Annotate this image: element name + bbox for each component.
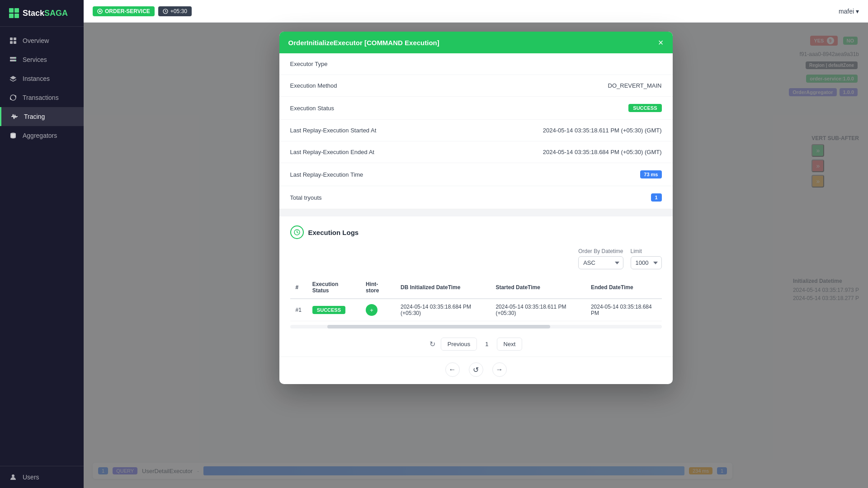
user-menu[interactable]: mafei ▾	[839, 8, 859, 15]
col-status: Execution Status	[307, 277, 360, 299]
scrollbar-thumb	[327, 325, 550, 328]
svg-rect-0	[10, 38, 13, 40]
sidebar-item-aggregators[interactable]: Aggregators	[0, 126, 84, 145]
svg-point-7	[15, 60, 16, 61]
user-icon	[9, 473, 17, 481]
logs-table-head: # Execution Status Hint-store DB Initial…	[290, 277, 662, 299]
info-row-executor-type: Executor Type	[279, 53, 673, 75]
database-icon	[9, 131, 17, 140]
topbar-service-info: ORDER-SERVICE +05:30	[93, 6, 192, 16]
order-label: Order By Datetime	[578, 248, 623, 254]
svg-rect-1	[14, 38, 16, 40]
replay-time-badge: 73 ms	[640, 170, 661, 178]
sidebar-item-services[interactable]: Services	[0, 50, 84, 69]
logs-header: Execution Logs	[290, 225, 662, 239]
prev-button[interactable]: Previous	[441, 338, 477, 351]
cell-num: #1	[290, 299, 307, 321]
logs-title: Execution Logs	[308, 229, 359, 236]
limit-label: Limit	[631, 248, 662, 254]
section-divider	[279, 209, 673, 216]
col-hint: Hint-store	[360, 277, 395, 299]
logs-controls: Order By Datetime ASC DESC Limit 1000 50…	[290, 248, 662, 269]
grid-icon	[9, 37, 17, 45]
cell-status: SUCCESS	[307, 299, 360, 321]
refresh-icon[interactable]: ↻	[429, 340, 435, 348]
topbar: ORDER-SERVICE +05:30 mafei ▾	[84, 0, 868, 23]
cell-db-init: 2024-05-14 03:35:18.684 PM (+05:30)	[395, 299, 490, 321]
logs-clock-icon	[290, 225, 304, 239]
modal-footer: ← ↺ →	[279, 357, 673, 384]
modal: OrderInitializeExecutor [COMMAND Executi…	[279, 32, 673, 384]
sidebar-footer-label: Users	[23, 474, 39, 481]
svg-marker-8	[10, 76, 16, 80]
tryouts-badge: 1	[651, 193, 662, 202]
info-row-total-tryouts: Total tryouts 1	[279, 186, 673, 209]
logs-table-body: #1 SUCCESS + 2024-05-14 03:35:18.684 PM …	[290, 299, 662, 321]
svg-rect-3	[14, 41, 16, 44]
col-ended: Ended DateTime	[585, 277, 662, 299]
pagination: ↻ Previous 1 Next	[290, 332, 662, 352]
modal-info-section: Executor Type Execution Method DO_REVERT…	[279, 53, 673, 209]
sidebar-item-label: Aggregators	[23, 132, 57, 139]
modal-title: OrderInitializeExecutor [COMMAND Executi…	[288, 39, 439, 47]
sidebar-nav: Overview Services Instances Transactions…	[0, 27, 84, 466]
modal-nav-prev-button[interactable]: ←	[445, 362, 460, 377]
status-badge-success: SUCCESS	[628, 104, 661, 112]
clock-icon	[163, 9, 168, 14]
sidebar-footer: Users	[0, 466, 84, 488]
table-header-row: # Execution Status Hint-store DB Initial…	[290, 277, 662, 299]
order-control: Order By Datetime ASC DESC	[578, 248, 623, 269]
cell-hint: +	[360, 299, 395, 321]
sidebar-item-label: Overview	[23, 37, 49, 44]
modal-header: OrderInitializeExecutor [COMMAND Executi…	[279, 32, 673, 53]
sidebar-item-label: Tracing	[24, 113, 45, 120]
info-row-replay-time: Last Replay-Execution Time 73 ms	[279, 163, 673, 186]
row-status-badge: SUCCESS	[312, 306, 345, 314]
svg-point-10	[12, 474, 14, 477]
repeat-icon	[9, 94, 17, 102]
sidebar-item-instances[interactable]: Instances	[0, 69, 84, 88]
modal-close-button[interactable]: ×	[658, 38, 664, 47]
hint-store-icon: +	[366, 304, 377, 316]
limit-control: Limit 1000 500 100	[631, 248, 662, 269]
modal-nav-refresh-button[interactable]: ↺	[469, 362, 483, 377]
col-db-init: DB Initialized DateTime	[395, 277, 490, 299]
next-button[interactable]: Next	[497, 338, 523, 351]
svg-point-6	[15, 57, 16, 58]
sidebar-item-overview[interactable]: Overview	[0, 31, 84, 50]
app-name: StackSAGA	[23, 9, 68, 18]
sidebar-item-transactions[interactable]: Transactions	[0, 88, 84, 107]
info-row-execution-method: Execution Method DO_REVERT_MAIN	[279, 75, 673, 97]
logs-table: # Execution Status Hint-store DB Initial…	[290, 277, 662, 321]
modal-body: Executor Type Execution Method DO_REVERT…	[279, 53, 673, 357]
sidebar-item-users[interactable]: Users	[9, 473, 75, 481]
app-logo: StackSAGA	[0, 0, 84, 27]
logs-section: Execution Logs Order By Datetime ASC DES…	[279, 216, 673, 357]
logo-icon	[9, 8, 19, 18]
info-row-replay-started: Last Replay-Execution Started At 2024-05…	[279, 120, 673, 141]
svg-rect-2	[10, 41, 13, 44]
col-started: Started DateTime	[490, 277, 585, 299]
info-row-execution-status: Execution Status SUCCESS	[279, 97, 673, 120]
sidebar-item-tracing[interactable]: Tracing	[0, 107, 84, 126]
sidebar: StackSAGA Overview Services Instances	[0, 0, 84, 488]
sidebar-item-label: Instances	[23, 75, 50, 82]
modal-backdrop: OrderInitializeExecutor [COMMAND Executi…	[84, 23, 868, 488]
service-icon	[97, 9, 103, 14]
info-row-replay-ended: Last Replay-Execution Ended At 2024-05-1…	[279, 141, 673, 163]
limit-select[interactable]: 1000 500 100	[631, 256, 662, 269]
modal-nav-next-button[interactable]: →	[492, 362, 507, 377]
service-badge: ORDER-SERVICE	[93, 6, 155, 16]
sidebar-item-label: Transactions	[23, 94, 59, 101]
sidebar-item-label: Services	[23, 56, 47, 63]
col-num: #	[290, 277, 307, 299]
svg-point-12	[99, 10, 101, 12]
activity-icon	[10, 113, 19, 121]
server-icon	[9, 56, 17, 64]
layers-icon	[9, 75, 17, 83]
timezone-badge: +05:30	[158, 6, 192, 16]
table-scrollbar[interactable]	[290, 325, 662, 328]
order-select[interactable]: ASC DESC	[578, 256, 623, 269]
cell-started: 2024-05-14 03:35:18.611 PM (+05:30)	[490, 299, 585, 321]
logs-table-wrapper: # Execution Status Hint-store DB Initial…	[290, 277, 662, 321]
